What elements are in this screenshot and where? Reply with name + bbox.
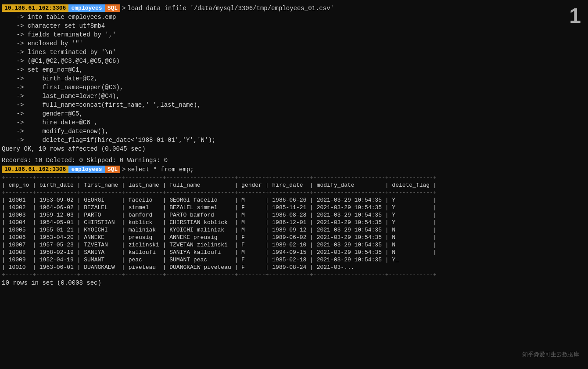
continuation-1: -> character set utf8mb4 [0,22,588,30]
table-row-9: | 10010 | 1963-06-01 | DUANGKAEW | pivet… [0,264,588,271]
db-badge-1: employees [68,4,104,12]
continuation-3: -> enclosed by '"' [0,39,588,48]
prompt-cmd-1: load data infile '/data/mysql/3306/tmp/e… [127,5,333,12]
table-row-0: | 10001 | 1953-09-02 | GEORGI | facello … [0,196,588,204]
continuation-8: -> first_name=upper(@C3), [0,83,588,92]
sql-badge-2: SQL [105,166,120,173]
table-sep-top: +--------+------------+------------+----… [0,174,588,181]
continuation-14: -> delete_flag=if(hire_date<'1988-01-01'… [0,136,588,145]
table-row-4: | 10005 | 1955-01-21 | KYOICHI | malinia… [0,226,588,234]
ip-badge-1: 10.186.61.162:3306 [2,4,68,12]
continuation-9: -> last_name=lower(@C4), [0,92,588,101]
prompt-arrow-2: > [120,166,127,173]
continuation-11: -> gender=@C5, [0,109,588,118]
prompt-line-2: 10.186.61.162:3306 employees SQL > selec… [0,165,588,174]
watermark: 知乎@爱可生云数据库 [522,351,579,358]
sql-badge-1: SQL [105,4,120,12]
table-sep-mid: +--------+------------+------------+----… [0,189,588,196]
table-row-3: | 10004 | 1954-05-01 | CHIRSTIAN | kobli… [0,219,588,226]
prompt-arrow-1: > [120,5,127,12]
table-header: | emp_no | birth_date | first_name | las… [0,181,588,189]
table-row-2: | 10003 | 1959-12-03 | PARTO | bamford |… [0,211,588,219]
continuation-12: -> hire_date=@C6 , [0,118,588,127]
continuation-0: -> into table employees.emp [0,13,588,22]
query-ok: Query OK, 10 rows affected (0.0045 sec) [0,145,588,153]
db-badge-2: employees [68,166,104,173]
terminal: 1 10.186.61.162:3306 employees SQL > loa… [0,0,588,369]
prompt-line-1: 10.186.61.162:3306 employees SQL > load … [0,4,588,13]
ip-badge-2: 10.186.61.162:3306 [2,166,68,173]
table-row-1: | 10002 | 1964-06-02 | BEZALEL | simmel … [0,204,588,211]
continuation-7: -> birth_date=@C2, [0,74,588,83]
corner-number: 1 [569,4,581,28]
continuation-4: -> lines terminated by '\n' [0,48,588,57]
table-sep-bot: +--------+------------+------------+----… [0,271,588,279]
continuation-13: -> modify_date=now(), [0,127,588,136]
table-row-6: | 10007 | 1957-05-23 | TZVETAN | zielins… [0,241,588,249]
continuation-10: -> full_name=concat(first_name,' ',last_… [0,101,588,109]
table-row-5: | 10006 | 1953-04-20 | ANNEKE | preusig … [0,234,588,241]
rows-footer: 10 rows in set (0.0008 sec) [0,279,588,287]
continuation-6: -> set emp_no=@C1, [0,65,588,74]
table-row-8: | 10009 | 1952-04-19 | SUMANT | peac | S… [0,256,588,264]
continuation-2: -> fields terminated by ',' [0,30,588,39]
prompt-cmd-2: select * from emp; [127,166,194,173]
records-line: Records: 10 Deleted: 0 Skipped: 0 Warnin… [0,156,588,165]
continuation-5: -> (@C1,@C2,@C3,@C4,@C5,@C6) [0,57,588,65]
table-row-7: | 10008 | 1958-02-19 | SANIYA | kalloufi… [0,249,588,256]
